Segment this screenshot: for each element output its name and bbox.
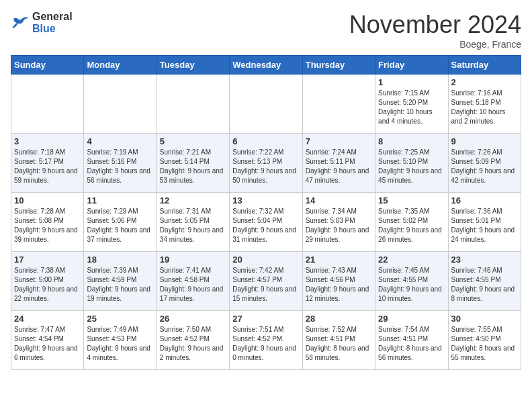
day-number: 22 — [378, 255, 445, 265]
day-number: 23 — [451, 255, 518, 265]
calendar-cell: 16Sunrise: 7:36 AMSunset: 5:01 PMDayligh… — [448, 193, 521, 252]
day-info: Sunrise: 7:50 AMSunset: 4:52 PMDaylight:… — [160, 325, 226, 363]
month-title: November 2024 — [349, 11, 521, 39]
calendar-cell: 26Sunrise: 7:50 AMSunset: 4:52 PMDayligh… — [157, 311, 229, 370]
day-info: Sunrise: 7:28 AMSunset: 5:08 PMDaylight:… — [14, 207, 81, 244]
day-info: Sunrise: 7:36 AMSunset: 5:01 PMDaylight:… — [451, 207, 518, 244]
day-info: Sunrise: 7:15 AMSunset: 5:20 PMDaylight:… — [378, 89, 445, 126]
calendar-cell: 27Sunrise: 7:51 AMSunset: 4:52 PMDayligh… — [230, 311, 302, 370]
day-info: Sunrise: 7:32 AMSunset: 5:04 PMDaylight:… — [232, 207, 299, 244]
day-number: 6 — [232, 136, 299, 146]
weekday-header-thursday: Thursday — [302, 56, 375, 75]
calendar-cell: 1Sunrise: 7:15 AMSunset: 5:20 PMDaylight… — [375, 75, 448, 134]
day-number: 28 — [306, 314, 372, 324]
day-number: 14 — [306, 195, 372, 205]
calendar-cell — [11, 75, 84, 134]
calendar-week-3: 10Sunrise: 7:28 AMSunset: 5:08 PMDayligh… — [11, 193, 521, 252]
calendar-cell: 14Sunrise: 7:34 AMSunset: 5:03 PMDayligh… — [302, 193, 375, 252]
day-number: 26 — [160, 314, 226, 324]
location: Boege, France — [349, 39, 521, 50]
calendar-header: SundayMondayTuesdayWednesdayThursdayFrid… — [11, 56, 521, 75]
title-block: November 2024 Boege, France — [349, 11, 521, 50]
day-number: 7 — [306, 136, 372, 146]
day-number: 9 — [451, 136, 518, 146]
day-info: Sunrise: 7:52 AMSunset: 4:51 PMDaylight:… — [306, 325, 372, 363]
calendar-cell: 8Sunrise: 7:25 AMSunset: 5:10 PMDaylight… — [375, 134, 448, 193]
calendar-week-5: 24Sunrise: 7:47 AMSunset: 4:54 PMDayligh… — [11, 311, 521, 370]
day-number: 19 — [160, 255, 226, 265]
calendar-cell: 20Sunrise: 7:42 AMSunset: 4:57 PMDayligh… — [230, 252, 302, 311]
calendar-cell — [230, 75, 302, 134]
day-number: 4 — [87, 136, 153, 146]
day-number: 3 — [14, 136, 81, 146]
calendar-week-1: 1Sunrise: 7:15 AMSunset: 5:20 PMDaylight… — [11, 75, 521, 134]
day-number: 1 — [378, 77, 445, 87]
calendar-cell: 6Sunrise: 7:22 AMSunset: 5:13 PMDaylight… — [230, 134, 302, 193]
calendar-cell: 15Sunrise: 7:35 AMSunset: 5:02 PMDayligh… — [375, 193, 448, 252]
logo: General Blue — [11, 11, 73, 35]
calendar-cell: 21Sunrise: 7:43 AMSunset: 4:56 PMDayligh… — [302, 252, 375, 311]
day-number: 15 — [378, 195, 445, 205]
day-info: Sunrise: 7:25 AMSunset: 5:10 PMDaylight:… — [378, 148, 445, 185]
calendar-cell: 25Sunrise: 7:49 AMSunset: 4:53 PMDayligh… — [84, 311, 157, 370]
day-number: 12 — [160, 195, 226, 205]
day-number: 11 — [87, 195, 153, 205]
page-header: General Blue November 2024 Boege, France — [11, 11, 521, 50]
day-info: Sunrise: 7:41 AMSunset: 4:58 PMDaylight:… — [160, 266, 226, 304]
calendar-cell: 18Sunrise: 7:39 AMSunset: 4:59 PMDayligh… — [84, 252, 157, 311]
calendar-cell: 13Sunrise: 7:32 AMSunset: 5:04 PMDayligh… — [230, 193, 302, 252]
day-info: Sunrise: 7:29 AMSunset: 5:06 PMDaylight:… — [87, 207, 153, 244]
logo-text: General Blue — [32, 11, 73, 35]
day-info: Sunrise: 7:47 AMSunset: 4:54 PMDaylight:… — [14, 325, 81, 363]
calendar-cell: 28Sunrise: 7:52 AMSunset: 4:51 PMDayligh… — [302, 311, 375, 370]
weekday-header-monday: Monday — [84, 56, 157, 75]
day-info: Sunrise: 7:51 AMSunset: 4:52 PMDaylight:… — [232, 325, 299, 363]
logo-icon — [11, 16, 30, 30]
day-info: Sunrise: 7:43 AMSunset: 4:56 PMDaylight:… — [306, 266, 372, 304]
day-info: Sunrise: 7:45 AMSunset: 4:55 PMDaylight:… — [378, 266, 445, 304]
calendar-cell: 11Sunrise: 7:29 AMSunset: 5:06 PMDayligh… — [84, 193, 157, 252]
day-info: Sunrise: 7:18 AMSunset: 5:17 PMDaylight:… — [14, 148, 81, 185]
day-info: Sunrise: 7:38 AMSunset: 5:00 PMDaylight:… — [14, 266, 81, 304]
calendar-week-2: 3Sunrise: 7:18 AMSunset: 5:17 PMDaylight… — [11, 134, 521, 193]
day-number: 21 — [306, 255, 372, 265]
day-info: Sunrise: 7:26 AMSunset: 5:09 PMDaylight:… — [451, 148, 518, 185]
day-info: Sunrise: 7:54 AMSunset: 4:51 PMDaylight:… — [378, 325, 445, 363]
weekday-header-sunday: Sunday — [11, 56, 84, 75]
day-number: 5 — [160, 136, 226, 146]
day-info: Sunrise: 7:22 AMSunset: 5:13 PMDaylight:… — [232, 148, 299, 185]
day-number: 30 — [451, 314, 518, 324]
day-number: 27 — [232, 314, 299, 324]
calendar-cell: 19Sunrise: 7:41 AMSunset: 4:58 PMDayligh… — [157, 252, 229, 311]
calendar-week-4: 17Sunrise: 7:38 AMSunset: 5:00 PMDayligh… — [11, 252, 521, 311]
day-info: Sunrise: 7:34 AMSunset: 5:03 PMDaylight:… — [306, 207, 372, 244]
calendar-cell — [302, 75, 375, 134]
day-number: 10 — [14, 195, 81, 205]
logo-blue: Blue — [32, 23, 56, 34]
day-number: 18 — [87, 255, 153, 265]
day-info: Sunrise: 7:39 AMSunset: 4:59 PMDaylight:… — [87, 266, 153, 304]
day-info: Sunrise: 7:46 AMSunset: 4:55 PMDaylight:… — [451, 266, 518, 304]
day-info: Sunrise: 7:19 AMSunset: 5:16 PMDaylight:… — [87, 148, 153, 185]
day-info: Sunrise: 7:24 AMSunset: 5:11 PMDaylight:… — [306, 148, 372, 185]
day-number: 20 — [232, 255, 299, 265]
day-number: 25 — [87, 314, 153, 324]
calendar-cell: 12Sunrise: 7:31 AMSunset: 5:05 PMDayligh… — [157, 193, 229, 252]
calendar-cell: 5Sunrise: 7:21 AMSunset: 5:14 PMDaylight… — [157, 134, 229, 193]
logo-general: General — [32, 11, 73, 22]
calendar-table: SundayMondayTuesdayWednesdayThursdayFrid… — [11, 55, 521, 370]
calendar-cell: 23Sunrise: 7:46 AMSunset: 4:55 PMDayligh… — [448, 252, 521, 311]
day-info: Sunrise: 7:16 AMSunset: 5:18 PMDaylight:… — [451, 89, 518, 126]
calendar-cell: 29Sunrise: 7:54 AMSunset: 4:51 PMDayligh… — [375, 311, 448, 370]
weekday-header-saturday: Saturday — [448, 56, 521, 75]
calendar-cell: 4Sunrise: 7:19 AMSunset: 5:16 PMDaylight… — [84, 134, 157, 193]
calendar-cell: 9Sunrise: 7:26 AMSunset: 5:09 PMDaylight… — [448, 134, 521, 193]
calendar-cell — [84, 75, 157, 134]
calendar-cell — [157, 75, 229, 134]
day-number: 16 — [451, 195, 518, 205]
day-number: 17 — [14, 255, 81, 265]
weekday-header-tuesday: Tuesday — [157, 56, 229, 75]
calendar-cell: 7Sunrise: 7:24 AMSunset: 5:11 PMDaylight… — [302, 134, 375, 193]
calendar-cell: 30Sunrise: 7:55 AMSunset: 4:50 PMDayligh… — [448, 311, 521, 370]
weekday-header-friday: Friday — [375, 56, 448, 75]
